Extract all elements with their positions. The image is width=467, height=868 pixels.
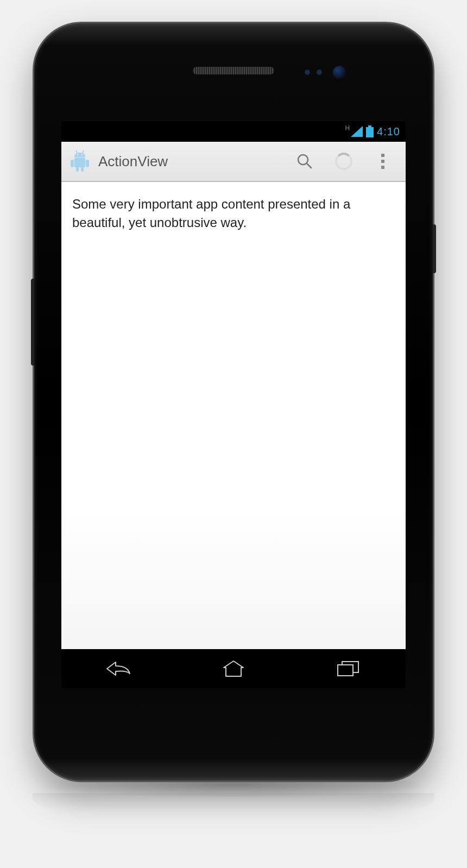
- svg-rect-3: [71, 160, 74, 167]
- battery-icon: [366, 125, 374, 137]
- network-type-label: H: [345, 121, 350, 132]
- app-title: ActionView: [98, 153, 282, 170]
- svg-rect-5: [86, 160, 89, 167]
- svg-point-11: [77, 154, 79, 156]
- back-button[interactable]: [86, 655, 152, 682]
- search-button[interactable]: [288, 145, 321, 178]
- svg-line-9: [76, 150, 77, 153]
- svg-line-14: [307, 163, 311, 168]
- loading-indicator: [327, 145, 360, 178]
- android-icon[interactable]: [68, 149, 92, 173]
- overflow-button[interactable]: [367, 145, 399, 178]
- signal-icon: [351, 126, 363, 137]
- overflow-icon: [381, 154, 384, 169]
- earpiece: [193, 67, 274, 74]
- content-text: Some very important app content presente…: [72, 195, 395, 231]
- power-button[interactable]: [433, 224, 436, 273]
- home-button[interactable]: [201, 655, 266, 682]
- svg-rect-6: [74, 158, 85, 167]
- svg-rect-8: [81, 166, 84, 172]
- search-icon: [296, 153, 313, 170]
- svg-rect-15: [338, 665, 353, 676]
- svg-rect-7: [76, 166, 79, 172]
- home-icon: [222, 660, 245, 677]
- recent-apps-button[interactable]: [315, 655, 381, 682]
- navigation-bar: [61, 649, 406, 688]
- screen: H 4:10: [61, 121, 406, 688]
- svg-rect-0: [368, 125, 371, 127]
- recent-icon: [337, 661, 359, 677]
- content-area[interactable]: Some very important app content presente…: [61, 182, 406, 649]
- phone-frame: H 4:10: [33, 22, 434, 782]
- svg-point-12: [81, 154, 83, 156]
- sensor-cluster: [305, 66, 346, 79]
- action-bar: ActionView: [61, 142, 406, 182]
- svg-rect-1: [366, 127, 374, 137]
- spinner-icon: [335, 153, 352, 170]
- reflection: [33, 793, 434, 813]
- status-bar[interactable]: H 4:10: [61, 121, 406, 142]
- back-icon: [106, 661, 132, 677]
- volume-rocker[interactable]: [31, 279, 34, 366]
- clock-label: 4:10: [377, 125, 400, 138]
- svg-line-10: [83, 150, 84, 153]
